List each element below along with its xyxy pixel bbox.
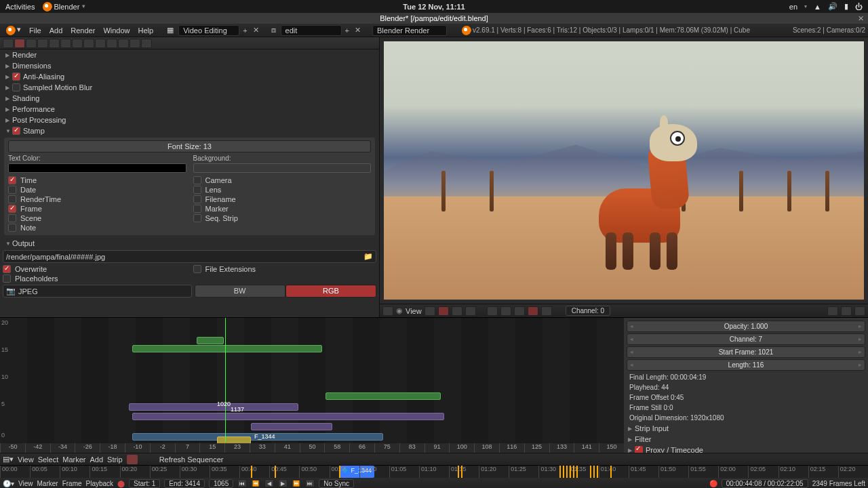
strip-video-1[interactable] — [129, 403, 298, 411]
preview-editor-type-icon[interactable] — [382, 306, 393, 316]
stamp-time-checkbox[interactable]: Time — [8, 176, 186, 185]
output-path-field[interactable]: /render/pampa/final/#####.jpg📁 — [3, 250, 376, 263]
lang-indicator[interactable]: en — [789, 3, 797, 11]
overwrite-checkbox[interactable]: Overwrite — [3, 264, 186, 274]
stamp-marker-checkbox[interactable]: Marker — [193, 204, 372, 214]
sequencer-preview[interactable] — [380, 37, 868, 304]
background-swatch[interactable] — [193, 163, 372, 173]
clock[interactable]: Tue 12 Nov, 11:11 — [403, 3, 465, 11]
context-constraints-icon[interactable] — [72, 39, 83, 48]
file-format-select[interactable]: 📷 JPEG — [3, 285, 192, 298]
context-world-icon[interactable] — [49, 39, 60, 48]
pv-btn-8[interactable] — [528, 306, 538, 316]
channel-field[interactable]: ◂Channel: 7▸ — [627, 333, 865, 345]
menu-file[interactable]: File — [26, 26, 45, 35]
pv-btn-4[interactable] — [465, 306, 476, 316]
context-modifiers-icon[interactable] — [83, 39, 94, 48]
seq-view-menu[interactable]: View — [18, 455, 34, 464]
activities-button[interactable]: Activities — [5, 3, 35, 11]
app-menu[interactable]: Blender — [54, 3, 79, 11]
playhead[interactable] — [225, 318, 226, 442]
timeline-marker[interactable] — [610, 466, 612, 478]
stamp-date-checkbox[interactable]: Date — [8, 185, 186, 195]
play-button[interactable]: ▶ — [278, 479, 288, 487]
length-field[interactable]: ◂Length: 116▸ — [627, 359, 865, 371]
timeline-marker[interactable] — [590, 466, 591, 478]
play-reverse-button[interactable]: ◀ — [264, 479, 274, 487]
autokey-icon[interactable]: 🔴 — [709, 480, 717, 487]
motion-blur-checkbox[interactable] — [12, 83, 20, 92]
context-render-icon[interactable] — [14, 39, 25, 48]
color-bw-button[interactable]: BW — [195, 285, 285, 298]
menu-help[interactable]: Help — [135, 26, 157, 35]
timeline-marker[interactable] — [597, 466, 598, 478]
panel-motion-blur[interactable]: ▶Sampled Motion Blur — [3, 82, 376, 93]
volume-icon[interactable]: 🔊 — [828, 2, 837, 11]
layout-add-button[interactable]: + — [241, 26, 249, 35]
seq-mode-icon[interactable] — [127, 455, 138, 464]
wifi-icon[interactable]: ▲ — [814, 3, 821, 11]
stamp-filename-checkbox[interactable]: Filename — [193, 195, 372, 204]
strip-audio-3[interactable] — [326, 392, 441, 400]
context-physics-icon[interactable] — [141, 39, 152, 48]
menu-window[interactable]: Window — [100, 26, 133, 35]
preview-channel-field[interactable]: Channel: 0 — [566, 306, 610, 316]
panel-performance[interactable]: ▶Performance — [3, 104, 376, 115]
pv-btn-7[interactable] — [514, 306, 525, 316]
pv-btn-2[interactable] — [438, 306, 449, 316]
seq-editor-type-icon[interactable]: ▤▾ — [3, 455, 14, 464]
timeline-ruler[interactable]: 🔷 F_1344 00:0000:0500:1000:1500:2000:250… — [0, 466, 868, 478]
menu-render[interactable]: Render — [67, 26, 98, 35]
proxy-panel[interactable]: ▶Proxy / Timecode — [627, 445, 865, 453]
tl-marker-menu[interactable]: Marker — [37, 480, 58, 487]
panel-dimensions[interactable]: ▶Dimensions — [3, 60, 376, 71]
refresh-sequencer-button[interactable]: Refresh Sequencer — [159, 455, 224, 464]
preview-view-menu[interactable]: View — [406, 307, 422, 315]
seq-select-menu[interactable]: Select — [38, 455, 59, 464]
stamp-frame-checkbox[interactable]: Frame — [8, 204, 186, 214]
timeline-marker[interactable] — [570, 466, 571, 478]
font-size-field[interactable]: Font Size: 13 — [8, 140, 371, 152]
screen-layout-field[interactable]: Video Editing — [178, 25, 239, 36]
panel-output[interactable]: ▼Output — [3, 238, 376, 249]
battery-icon[interactable]: ▮ — [844, 2, 848, 11]
seq-add-menu[interactable]: Add — [90, 455, 103, 464]
timeline-marker[interactable] — [339, 466, 340, 478]
scene-browse-icon[interactable]: ⧈ — [268, 26, 279, 35]
pv-btn-5[interactable] — [487, 306, 498, 316]
timeline-marker[interactable] — [566, 466, 568, 478]
keyframe-next-button[interactable]: ⏩ — [292, 479, 301, 487]
antialiasing-checkbox[interactable] — [12, 73, 20, 81]
seq-strip-menu[interactable]: Strip — [107, 455, 123, 464]
panel-shading[interactable]: ▶Shading — [3, 93, 376, 104]
sequencer-timeline[interactable]: 20 15 10 5 0 1020 1137 F_1344 -50-42-34-… — [0, 318, 624, 453]
keyframe-prev-button[interactable]: ⏪ — [251, 479, 260, 487]
timeline-marker[interactable] — [576, 466, 578, 478]
record-button[interactable]: ⬤ — [117, 480, 125, 487]
pv-btn-3[interactable] — [452, 306, 462, 316]
filter-panel[interactable]: ▶Filter — [627, 434, 865, 445]
timeline-marker[interactable] — [593, 466, 595, 478]
pv-btn-12[interactable] — [854, 306, 865, 316]
strip-video-3[interactable] — [251, 423, 332, 430]
sync-mode-select[interactable]: No Sync — [319, 479, 354, 488]
timeline-marker[interactable] — [458, 466, 459, 478]
end-frame-field[interactable]: End: 3414 — [164, 479, 205, 488]
context-layers-icon[interactable] — [26, 39, 37, 48]
pv-btn-11[interactable] — [841, 306, 852, 316]
pv-btn-9[interactable] — [541, 306, 552, 316]
panel-stamp[interactable]: ▼Stamp — [3, 125, 376, 136]
context-object-icon[interactable] — [60, 39, 71, 48]
strip-audio-2[interactable] — [197, 337, 224, 344]
context-material-icon[interactable] — [106, 39, 117, 48]
layout-remove-button[interactable]: ✕ — [251, 26, 261, 35]
scene-add-button[interactable]: + — [343, 26, 351, 35]
render-engine-select[interactable]: Blender Render — [372, 25, 447, 36]
file-extensions-checkbox[interactable]: File Extensions — [193, 264, 377, 274]
panel-antialiasing[interactable]: ▶Anti-Aliasing — [3, 71, 376, 82]
timeline-marker[interactable] — [559, 466, 561, 478]
stamp-camera-checkbox[interactable]: Camera — [193, 176, 372, 185]
seq-marker-menu[interactable]: Marker — [62, 455, 85, 464]
folder-icon[interactable]: 📁 — [363, 252, 373, 261]
timeline-marker[interactable] — [275, 466, 276, 478]
